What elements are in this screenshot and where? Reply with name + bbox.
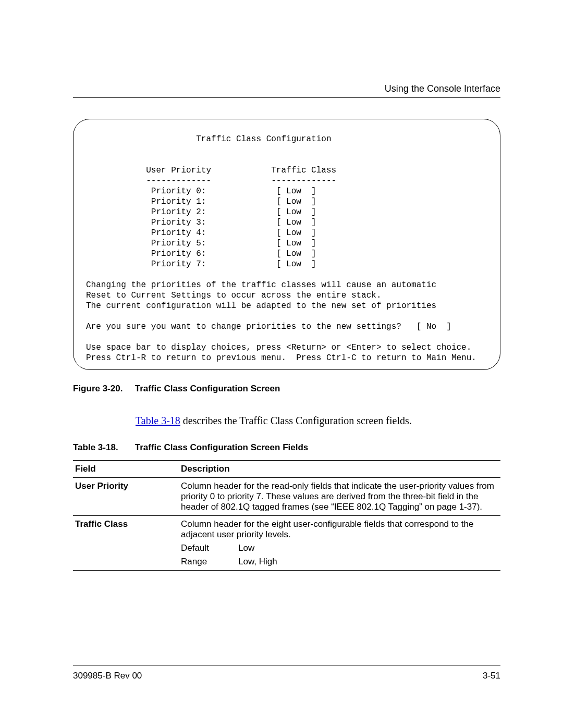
terminal-confirm-prompt: Are you sure you want to change prioriti… — [86, 322, 451, 331]
field-name-cell: Traffic Class — [73, 516, 179, 571]
terminal-note-line-1: Changing the priorities of the traffic c… — [86, 280, 436, 290]
fields-table: Field Description User Priority Column h… — [73, 460, 500, 571]
figure-title: Traffic Class Configuration Screen — [135, 384, 280, 393]
terminal-row-5: Priority 5: [ Low ] — [86, 239, 316, 248]
table-row: Traffic Class Column header for the eigh… — [73, 516, 500, 571]
table-header-row: Field Description — [73, 461, 500, 478]
col-header-field: Field — [73, 461, 179, 478]
figure-caption: Figure 3-20. Traffic Class Configuration… — [73, 384, 500, 394]
terminal-screenshot: Traffic Class Configuration User Priorit… — [73, 119, 500, 370]
footer-rule — [73, 665, 500, 665]
terminal-row-2: Priority 2: [ Low ] — [86, 207, 316, 217]
figure-label: Figure 3-20. — [73, 384, 132, 394]
subrow-label: Default — [181, 543, 238, 553]
field-description-text: Column header for the eight user-configu… — [181, 519, 473, 539]
document-page: Using the Console Interface Traffic Clas… — [0, 0, 563, 728]
header-rule — [73, 97, 500, 98]
table-row: User Priority Column header for the read… — [73, 478, 500, 516]
subrow-value: Low — [238, 543, 254, 553]
terminal-title-line: Traffic Class Configuration — [86, 134, 331, 144]
subrow-value: Low, High — [238, 557, 277, 567]
doc-id: 309985-B Rev 00 — [73, 671, 142, 681]
running-head: Using the Console Interface — [73, 83, 500, 94]
page-footer: 309985-B Rev 00 3-51 — [73, 665, 500, 681]
field-name-cell: User Priority — [73, 478, 179, 516]
terminal-row-1: Priority 1: [ Low ] — [86, 197, 316, 206]
table-title: Traffic Class Configuration Screen Field… — [135, 442, 309, 452]
terminal-help-line-1: Use space bar to display choices, press … — [86, 343, 471, 352]
terminal-row-3: Priority 3: [ Low ] — [86, 218, 316, 227]
subrow-label: Range — [181, 557, 238, 567]
table-label: Table 3-18. — [73, 442, 132, 453]
terminal-note-line-2: Reset to Current Settings to occur acros… — [86, 291, 382, 300]
terminal-column-headers: User Priority Traffic Class — [86, 166, 336, 175]
table-caption: Table 3-18. Traffic Class Configuration … — [73, 442, 500, 453]
field-description-cell: Column header for the eight user-configu… — [179, 516, 500, 571]
field-description-cell: Column header for the read-only fields t… — [179, 478, 500, 516]
terminal-note-line-3: The current configuration will be adapte… — [86, 301, 436, 311]
page-number: 3-51 — [483, 671, 500, 681]
terminal-row-0: Priority 0: [ Low ] — [86, 187, 316, 196]
terminal-row-6: Priority 6: [ Low ] — [86, 249, 316, 258]
terminal-help-line-2: Press Ctrl-R to return to previous menu.… — [86, 353, 476, 363]
field-subrow-default: Default Low — [181, 543, 498, 553]
terminal-row-4: Priority 4: [ Low ] — [86, 228, 316, 238]
terminal-row-7: Priority 7: [ Low ] — [86, 260, 316, 269]
table-reference-link[interactable]: Table 3-18 — [136, 415, 180, 426]
intro-text: describes the Traffic Class Configuratio… — [180, 415, 412, 426]
field-subrow-range: Range Low, High — [181, 557, 498, 567]
col-header-description: Description — [179, 461, 500, 478]
intro-paragraph: Table 3-18 describes the Traffic Class C… — [136, 415, 500, 427]
